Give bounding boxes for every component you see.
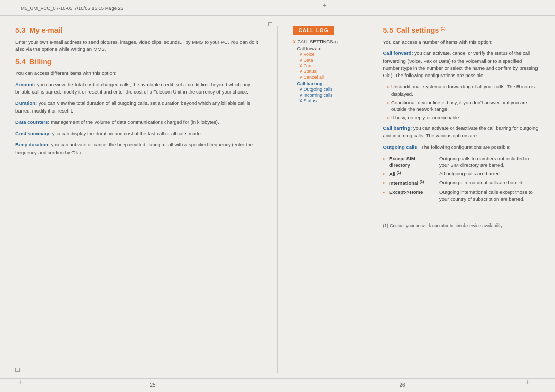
main-content: 5.3 My e-mail Enter your own e-mail addr… [0, 16, 555, 378]
outgoing-row-1: • Except SIMdirectory Outgoing calls to … [383, 155, 540, 169]
call-settings-label: CALL SETTINGS [298, 39, 334, 44]
call-forward-parent: - Call forward [293, 46, 376, 51]
header-right-space [533, 5, 534, 11]
bullet-text-3: If busy, no reply or unreachable. [391, 114, 460, 121]
out-dot-4: • [383, 189, 385, 202]
out-desc-4: Outgoing international calls except thos… [439, 189, 540, 202]
amount-label: Amount: [15, 82, 35, 87]
out-dot-3: • [383, 180, 385, 187]
section-54-duration: Duration: you can view the total duratio… [15, 100, 262, 115]
status1-label: Status [304, 69, 317, 74]
beep-text: you can activate or cancel the beep emit… [15, 142, 253, 155]
call-forward-bold: Call forward: [383, 50, 413, 56]
data-arrow: ¥ [300, 58, 302, 63]
duration-label: Duration: [15, 100, 37, 106]
section-54-intro: You can access different items with this… [15, 70, 262, 77]
sub-data: ¥ Data [300, 58, 376, 63]
amount-text: you can view the total cost of charged c… [15, 82, 250, 95]
section-53-title: My e-mail [29, 26, 62, 34]
outgoing-arrow: ¥ [300, 87, 302, 92]
call-settings-sup: (1) [333, 40, 338, 44]
out-label-3: International (1) [389, 179, 435, 187]
footnote-area: (1) Contact your network operator to che… [383, 223, 540, 228]
data-label: Data counters: [15, 119, 50, 125]
out-dot-2: • [383, 171, 385, 178]
data-label: Data [304, 58, 313, 63]
out-desc-3: Outgoing international calls are barred. [439, 179, 540, 187]
left-page: 5.3 My e-mail Enter your own e-mail addr… [15, 26, 278, 373]
section-54-title: Billing [29, 58, 51, 66]
status1-arrow: ¥ [300, 69, 302, 74]
out-desc-1: Outgoing calls to numbers not included i… [439, 155, 540, 169]
header-bar: M5_UM_FCC_07-10-05 7/10/05 15:15 Page 25 [0, 0, 555, 16]
outgoing-calls-heading: Outgoing calls The following configurati… [383, 144, 540, 151]
section-54-amount: Amount: you can view the total cost of c… [15, 81, 262, 96]
outgoing-bold: Outgoing calls [383, 144, 417, 150]
section-54-data: Data counters: management of the volume … [15, 119, 262, 126]
outgoing-row-4: • Except->Home Outgoing international ca… [383, 189, 540, 202]
bullet-1: • Unconditional: systematic forwarding o… [387, 83, 540, 97]
outgoing-row-3: • International (1) Outgoing internation… [383, 179, 540, 187]
voice-arrow: ¥ [300, 52, 302, 57]
section-54-beep: Beep duration: you can activate or cance… [15, 141, 262, 156]
reg-mark-bottom-left [15, 367, 20, 373]
sub-status2: ¥ Status [300, 98, 376, 103]
registration-mark-top [325, 4, 332, 11]
section-55-number: 5.5 [383, 26, 393, 34]
section-53-number: 5.3 [15, 26, 25, 34]
bullet-dot-3: • [387, 115, 390, 122]
sidebar-col: CALL LOG ¥ CALL SETTINGS (1) - Call forw… [293, 26, 376, 373]
out-label-1: Except SIMdirectory [389, 155, 435, 169]
call-barring-bold: Call barring: [383, 125, 412, 131]
voice-label: Voice [304, 52, 315, 57]
section-55-intro: You can access a number of items with th… [383, 39, 540, 46]
incoming-calls-label: Incoming calls [304, 92, 333, 98]
header-metadata: M5_UM_FCC_07-10-05 7/10/05 15:15 Page 25 [21, 5, 123, 11]
section-53-para: Enter your own e-mail address to send pi… [15, 39, 262, 53]
section-55-sup: (1) [441, 27, 446, 30]
bullet-dot-2: • [387, 100, 390, 107]
out-dot-1: • [383, 156, 385, 169]
out-desc-2: All outgoing calls are barred. [439, 170, 540, 178]
section-54-header: 5.4 Billing [15, 58, 262, 66]
section-54-number: 5.4 [15, 58, 25, 66]
outgoing-calls-label: Outgoing calls [304, 87, 333, 92]
section-55-title: Call settings (1) [396, 26, 446, 34]
beep-label: Beep duration: [15, 142, 50, 147]
footer-center: 25 26 [28, 382, 527, 388]
call-log-tab: CALL LOG [293, 26, 334, 35]
call-settings-item: ¥ CALL SETTINGS (1) [293, 39, 376, 44]
outgoing-row-2: • All (1) All outgoing calls are barred. [383, 170, 540, 178]
out-label-2: All (1) [389, 170, 435, 178]
call-forward-label: Call forward [297, 46, 322, 51]
outgoing-table: • Except SIMdirectory Outgoing calls to … [383, 155, 540, 202]
dash-1: - [293, 46, 295, 51]
sub-outgoing: ¥ Outgoing calls [300, 87, 376, 92]
bullet-text-2: Conditional: if your line is busy, if yo… [391, 99, 540, 113]
forward-bullets: • Unconditional: systematic forwarding o… [387, 83, 540, 122]
fax-label: Fax [304, 63, 311, 68]
call-settings-arrow: ¥ [293, 39, 296, 44]
section-53-header: 5.3 My e-mail [15, 26, 262, 34]
duration-text: you can view the total duration of all o… [15, 100, 250, 113]
page-number-right: 26 [399, 382, 405, 388]
call-barring-parent: - Call barring [293, 81, 376, 86]
sub-incoming: ¥ Incoming calls [300, 92, 376, 98]
page-number-left: 25 [150, 382, 155, 388]
sub-voice: ¥ Voice [300, 52, 376, 57]
status2-label: Status [304, 98, 317, 103]
fax-arrow: ¥ [300, 63, 302, 68]
page-container: M5_UM_FCC_07-10-05 7/10/05 15:15 Page 25… [0, 0, 555, 392]
bullet-text-1: Unconditional: systematic forwarding of … [391, 83, 540, 97]
reg-mark-bottom-left-footer [21, 381, 28, 388]
sidebar-menu: ¥ CALL SETTINGS (1) - Call forward ¥ Voi… [293, 39, 376, 103]
footnote-text: (1) Contact your network operator to che… [383, 223, 540, 228]
reg-mark-bottom-right-footer [527, 381, 534, 388]
cost-text: you can display the duration and cost of… [52, 130, 202, 136]
cancel-all-label: Cancel all [304, 74, 324, 80]
sub-status1: ¥ Status [300, 69, 376, 74]
call-forward-para: Call forward: you can activate, cancel o… [383, 50, 540, 79]
section-54-cost: Cost summary: you can display the durati… [15, 130, 262, 137]
dash-2: - [293, 81, 295, 86]
out-label-4: Except->Home [389, 189, 435, 202]
